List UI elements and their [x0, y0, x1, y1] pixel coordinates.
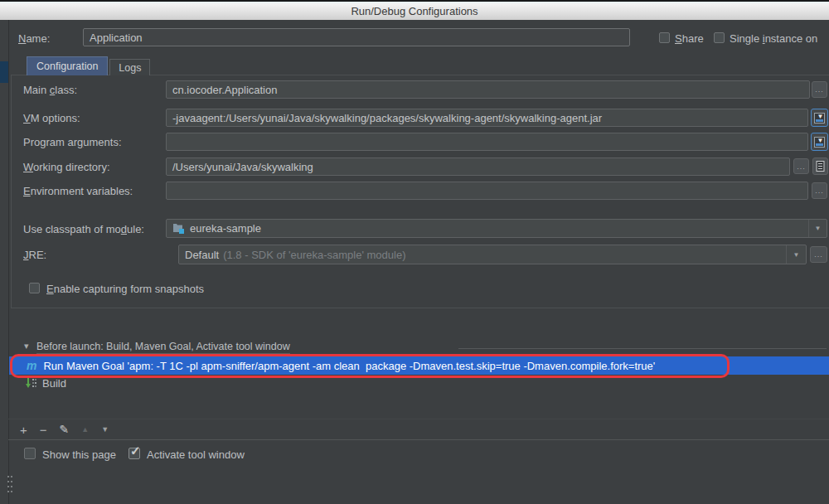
show-this-page-label: Show this page — [42, 448, 116, 461]
before-launch-item-maven[interactable]: m Run Maven Goal 'apm: -T 1C -pl apm-sni… — [9, 356, 829, 375]
run-debug-configurations-dialog: { "dialog": { "title": "Run/Debug Config… — [0, 0, 829, 504]
single-instance-checkbox[interactable] — [714, 32, 725, 43]
show-this-page-checkbox[interactable] — [24, 448, 36, 459]
share-checkbox[interactable] — [659, 32, 670, 43]
toolbar-bottom-border — [8, 439, 829, 440]
activate-tool-window-label: Activate tool window — [147, 448, 245, 461]
before-launch-item-label: Build — [42, 377, 66, 390]
before-launch-toolbar: + − ✎ ▲ ▼ — [20, 420, 109, 439]
dialog-title: Run/Debug Configurations — [351, 5, 478, 17]
maven-icon: m — [27, 360, 36, 371]
name-label: Name: — [18, 32, 50, 45]
add-icon[interactable]: + — [20, 424, 27, 436]
remove-icon[interactable]: − — [40, 424, 47, 436]
configuration-tab-panel — [11, 75, 829, 308]
activate-tool-window-checkbox[interactable]: ✓ — [128, 448, 140, 459]
section-separator — [458, 348, 827, 349]
tab-configuration[interactable]: Configuration — [27, 56, 108, 75]
checkmark-icon: ✓ — [130, 443, 141, 458]
share-label: Share — [675, 32, 704, 45]
tree-splitter[interactable] — [8, 20, 9, 504]
edit-icon[interactable]: ✎ — [60, 424, 70, 435]
move-up-icon[interactable]: ▲ — [81, 426, 89, 434]
before-launch-header: Before launch: Build, Maven Goal, Activa… — [36, 341, 290, 354]
config-tabs: Configuration Logs — [27, 56, 150, 75]
resize-grip-icon[interactable] — [7, 474, 14, 496]
build-icon — [25, 377, 36, 390]
before-launch-item-build[interactable]: Build — [9, 375, 829, 391]
toolbar-top-border — [8, 419, 829, 419]
name-input[interactable]: Application — [83, 28, 630, 46]
single-instance-label: Single instance on — [730, 32, 817, 45]
move-down-icon[interactable]: ▼ — [101, 426, 109, 434]
tree-selected-item-sliver[interactable] — [0, 61, 8, 83]
collapse-arrow-icon[interactable]: ▾ — [24, 341, 29, 351]
tab-logs[interactable]: Logs — [109, 59, 150, 75]
before-launch-item-label: Run Maven Goal 'apm: -T 1C -pl apm-sniff… — [43, 360, 655, 372]
dialog-titlebar[interactable]: Run/Debug Configurations — [0, 0, 829, 20]
configurations-tree-edge[interactable] — [0, 20, 8, 504]
name-value: Application — [90, 32, 143, 44]
